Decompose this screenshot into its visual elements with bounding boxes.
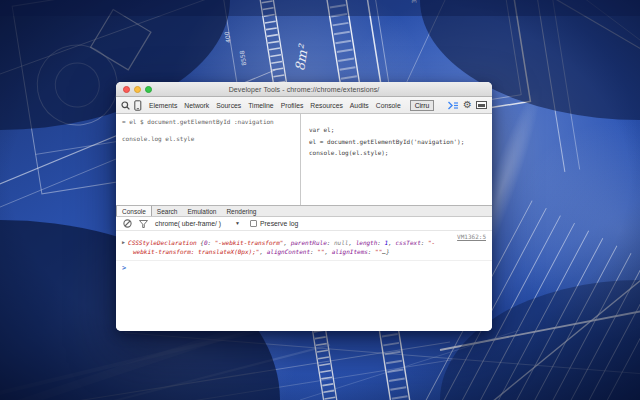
chevron-down-icon: ▼ <box>235 221 240 226</box>
tab-timeline[interactable]: Timeline <box>245 100 276 111</box>
traffic-lights <box>123 86 152 93</box>
token-string: "" <box>317 248 324 255</box>
drawer-tab-rendering[interactable]: Rendering <box>221 206 261 216</box>
window-titlebar[interactable]: Developer Tools - chrome://chrome/extens… <box>116 82 492 97</box>
token-plain: : <box>327 239 334 246</box>
token-plain: : <box>421 239 428 246</box>
drawer-tab-search[interactable]: Search <box>152 206 183 216</box>
token-null: null <box>334 239 348 246</box>
settings-gear-icon[interactable]: ⚙ <box>463 100 472 110</box>
token-name: cssText <box>395 239 420 246</box>
preserve-log-checkbox[interactable] <box>250 220 257 227</box>
token-plain: , <box>325 248 332 255</box>
compiled-js-view: var el;el = document.getElementById('nav… <box>301 114 492 205</box>
console-log-entry: ▶CSSStyleDeclaration {0: "-webkit-transf… <box>116 231 492 261</box>
inspect-element-icon[interactable] <box>121 101 130 110</box>
panel-tabs: ElementsNetworkSourcesTimelineProfilesRe… <box>146 100 404 111</box>
token-name: alignItems <box>332 248 368 255</box>
token-string: "-webkit-transform" <box>215 239 284 246</box>
frame-selector[interactable]: chrome( uber-frame/ ) ▼ <box>155 220 240 227</box>
tab-sources[interactable]: Sources <box>213 100 244 111</box>
js-line-el-document-getelementbyid-navigation-: el = document.getElementById('navigation… <box>309 136 492 148</box>
expand-triangle-icon[interactable]: ▶ <box>122 238 125 247</box>
cirru-panel: = el $ document.getElementById :navigati… <box>116 114 492 205</box>
tab-cirru[interactable]: Cirru <box>410 100 435 111</box>
tab-resources[interactable]: Resources <box>307 100 346 111</box>
close-button[interactable] <box>123 86 130 93</box>
minimize-button[interactable] <box>134 86 141 93</box>
cirru-line--el-document-getelementbyid-navigation: = el $ document.getElementById :navigati… <box>122 118 300 127</box>
device-mode-icon[interactable] <box>134 100 142 111</box>
console-prompt[interactable]: > <box>116 261 492 275</box>
tab-profiles[interactable]: Profiles <box>278 100 307 111</box>
js-line-console-log-el-style-: console.log(el.style); <box>309 147 492 159</box>
zoom-button[interactable] <box>145 86 152 93</box>
token-name: parentRule <box>291 239 327 246</box>
drawer-tab-bar: ConsoleSearchEmulationRendering <box>116 205 492 217</box>
token-plain: , <box>283 239 290 246</box>
console-source-link[interactable]: VM1362:5 <box>457 233 486 240</box>
dock-side-icon[interactable] <box>476 101 487 109</box>
drawer-toggle-icon[interactable] <box>447 101 459 110</box>
desktop: 8m² 8558 400 3035 <box>0 0 640 400</box>
drawer-tab-console[interactable]: Console <box>116 206 152 216</box>
tab-audits[interactable]: Audits <box>347 100 372 111</box>
frame-selector-label: chrome( uber-frame/ ) <box>155 220 221 227</box>
token-plain: : <box>368 248 375 255</box>
token-plain: , <box>259 248 266 255</box>
object-preview: CSSStyleDeclaration {0: "-webkit-transfo… <box>128 239 435 255</box>
drawer-tab-emulation[interactable]: Emulation <box>182 206 221 216</box>
tab-elements[interactable]: Elements <box>146 100 180 111</box>
token-plain: …} <box>382 248 389 255</box>
window-title: Developer Tools - chrome://chrome/extens… <box>229 86 380 93</box>
prompt-chevron-icon: > <box>122 264 126 272</box>
token-ctor: CSSStyleDeclaration <box>128 239 200 246</box>
console-toolbar: chrome( uber-frame/ ) ▼ Preserve log <box>116 217 492 231</box>
preserve-log-label: Preserve log <box>260 220 298 227</box>
devtools-window: Developer Tools - chrome://chrome/extens… <box>116 82 492 331</box>
js-line-var-el-: var el; <box>309 124 492 136</box>
tab-network[interactable]: Network <box>181 100 212 111</box>
console-output: VM1362:5 ▶CSSStyleDeclaration {0: "-webk… <box>116 231 492 331</box>
cirru-code-editor[interactable]: = el $ document.getElementById :navigati… <box>116 114 301 205</box>
devtools-toolbar: ElementsNetworkSourcesTimelineProfilesRe… <box>116 97 492 114</box>
cirru-line <box>122 127 300 136</box>
token-name: length <box>356 239 378 246</box>
tab-console[interactable]: Console <box>373 100 404 111</box>
token-plain: , <box>348 239 355 246</box>
cirru-line-console-log-el-style: console.log el.style <box>122 135 300 144</box>
filter-funnel-icon[interactable] <box>139 220 148 228</box>
token-plain: : <box>377 239 384 246</box>
clear-console-icon[interactable] <box>123 219 132 228</box>
token-name: alignContent <box>267 248 310 255</box>
token-plain: : <box>208 239 215 246</box>
